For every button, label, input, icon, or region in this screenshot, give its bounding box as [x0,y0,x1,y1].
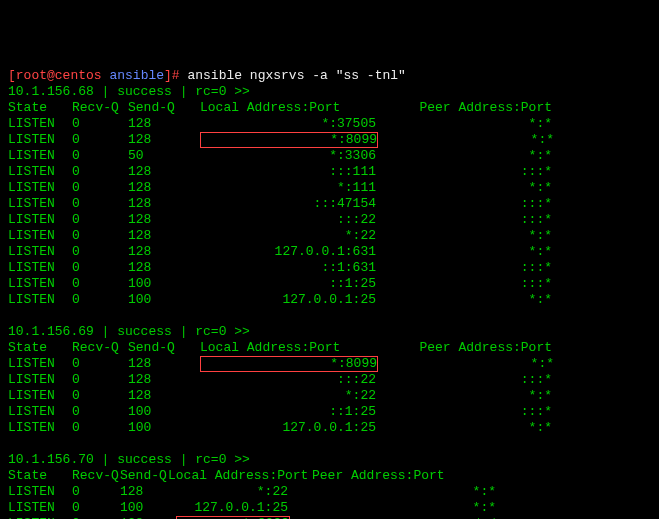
cell-state: LISTEN [8,212,72,228]
col-laddr: Local Address:Port [200,100,376,116]
cell-state: LISTEN [8,420,72,436]
cell-send: 128 [120,484,176,500]
cell-state: LISTEN [8,116,72,132]
cell-send: 128 [128,356,200,372]
cell-send: 128 [128,164,200,180]
cell-send: 100 [128,404,200,420]
cell-state: LISTEN [8,132,72,148]
cell-state: LISTEN [8,164,72,180]
cell-paddr: :::* [376,372,552,388]
cell-paddr: *:* [376,116,552,132]
table-row: StateRecv-QSend-QLocal Address:PortPeer … [8,340,651,356]
cell-paddr: *:* [376,148,552,164]
cell-laddr: :::47154 [200,196,376,212]
table-row: LISTEN0128*:37505*:* [8,116,651,132]
cell-paddr: *:* [376,244,552,260]
cell-laddr: *:37505 [200,116,376,132]
cell-laddr: 127.0.0.1:25 [200,420,376,436]
cell-recv: 0 [72,228,128,244]
prompt-user: [root@centos [8,68,109,83]
cell-recv: 0 [72,164,128,180]
cell-send: 128 [128,132,200,148]
col-laddr: Local Address:Port [200,340,376,356]
cell-laddr: *:22 [200,388,376,404]
cell-paddr: :::* [376,276,552,292]
cell-send: 100 [128,420,200,436]
cell-state: LISTEN [8,292,72,308]
cell-laddr: *:22 [176,484,288,500]
cell-state: LISTEN [8,276,72,292]
blank-line [8,436,651,452]
cell-paddr: :::* [376,212,552,228]
col-paddr: Peer Address:Port [376,100,552,116]
blank-line [8,308,651,324]
cell-state: LISTEN [8,500,72,516]
cell-laddr: *:8099 [200,132,378,148]
cell-paddr: :::* [376,164,552,180]
table-row: LISTEN0128*:22*:* [8,228,651,244]
cell-recv: 0 [72,292,128,308]
table-row: LISTEN0128*:111*:* [8,180,651,196]
cell-send: 128 [128,180,200,196]
table-row: LISTEN0128*:22*:* [8,388,651,404]
cell-recv: 0 [72,244,128,260]
cell-laddr: 127.0.0.1:25 [200,292,376,308]
cell-recv: 0 [72,276,128,292]
cell-laddr: ::1:25 [200,276,376,292]
cell-recv: 0 [72,148,128,164]
command-text: ansible ngxsrvs -a "ss -tnl" [187,68,405,83]
cell-recv: 0 [72,260,128,276]
host-header: 10.1.156.70 | success | rc=0 >> [8,452,651,468]
table-row: LISTEN0128:::111:::* [8,164,651,180]
cell-state: LISTEN [8,244,72,260]
cell-laddr: :::22 [200,212,376,228]
cell-paddr: *:* [288,500,496,516]
cell-laddr: :::111 [200,164,376,180]
cell-laddr: ::1:25 [200,404,376,420]
col-recv: Recv-Q [72,468,120,484]
cell-paddr: *:* [376,420,552,436]
table-row: LISTEN0128*:8099*:* [8,132,651,148]
table-row: LISTEN0100::1:25:::* [8,404,651,420]
cell-state: LISTEN [8,260,72,276]
cell-recv: 0 [72,180,128,196]
cell-paddr: *:* [378,132,554,148]
cell-laddr: ::1:631 [200,260,376,276]
cell-send: 128 [128,388,200,404]
col-state: State [8,340,72,356]
cell-state: LISTEN [8,148,72,164]
cell-state: LISTEN [8,356,72,372]
cell-laddr: *:3306 [200,148,376,164]
cell-laddr: 127.0.0.1:25 [176,500,288,516]
cell-recv: 0 [72,196,128,212]
cell-send: 128 [128,212,200,228]
cell-recv: 0 [72,372,128,388]
cell-send: 100 [128,292,200,308]
cell-send: 50 [128,148,200,164]
cell-state: LISTEN [8,404,72,420]
table-row: LISTEN0128:::22:::* [8,212,651,228]
table-row: LISTEN0128*:8099*:* [8,356,651,372]
cell-laddr: *:22 [200,228,376,244]
prompt-line: [root@centos ansible]# ansible ngxsrvs -… [8,68,651,84]
host-header: 10.1.156.69 | success | rc=0 >> [8,324,651,340]
table-row: LISTEN0100127.0.0.1:25*:* [8,420,651,436]
cell-laddr: *:111 [200,180,376,196]
table-row: LISTEN0128127.0.0.1:631*:* [8,244,651,260]
prompt-close: ]# [164,68,187,83]
col-recv: Recv-Q [72,100,128,116]
cell-paddr: *:* [376,180,552,196]
cell-paddr: :::* [376,260,552,276]
cell-paddr: *:* [288,484,496,500]
cell-state: LISTEN [8,228,72,244]
table-row: LISTEN0100127.0.0.1:25*:* [8,500,651,516]
col-state: State [8,100,72,116]
col-send: Send-Q [128,340,200,356]
cell-recv: 0 [72,388,128,404]
col-send: Send-Q [120,468,168,484]
cell-recv: 0 [72,500,120,516]
cell-send: 128 [128,196,200,212]
table-row: LISTEN050*:3306*:* [8,148,651,164]
cell-state: LISTEN [8,372,72,388]
cell-state: LISTEN [8,196,72,212]
